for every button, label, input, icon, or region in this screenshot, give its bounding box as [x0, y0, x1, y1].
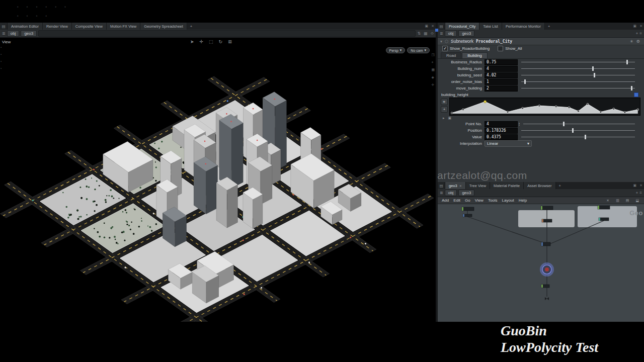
menu-icon[interactable]: ≡ [639, 191, 642, 195]
path-node-geo3[interactable]: geo3 [458, 190, 474, 196]
path-root-obj[interactable]: obj [445, 30, 457, 37]
close-icon[interactable]: ✕ [459, 184, 462, 188]
tab-render-view[interactable]: Render View [43, 23, 72, 30]
tab-procedural-city[interactable]: Procedural_City [445, 23, 479, 30]
slider-handle[interactable] [585, 135, 586, 139]
tab-material-palette[interactable]: Material Palette [490, 182, 524, 189]
folder-tab-road[interactable]: Road [441, 52, 461, 58]
ramp-point[interactable] [637, 109, 639, 111]
tumble-tool-icon[interactable]: ↻ [219, 39, 223, 44]
tab-geo3[interactable]: geo3✕ [445, 182, 466, 189]
ramp-point[interactable] [451, 112, 453, 114]
ramp-add-point-icon[interactable]: + [441, 106, 448, 113]
link-icon[interactable]: ⟐ [431, 31, 434, 36]
layout-view-icon[interactable]: ▤ [625, 199, 630, 203]
ramp-point[interactable] [568, 107, 570, 109]
ramp-curve[interactable] [449, 98, 640, 116]
no-cam-button[interactable]: No cam ▾ [407, 47, 430, 53]
tab-geometry-spreadsheet[interactable]: Geometry Spreadsheet [140, 23, 187, 30]
pane-close-icon[interactable]: ✕ [638, 182, 644, 189]
param-slider[interactable] [521, 78, 635, 85]
grid-icon[interactable]: ▦ [431, 68, 435, 72]
pin-icon[interactable]: ⌖ [636, 191, 638, 196]
node-name-field[interactable]: Procedural_City [476, 39, 512, 44]
spinner-down-icon[interactable]: ▾ [519, 124, 520, 126]
ramp-point[interactable] [600, 111, 602, 113]
pane-type-icon[interactable]: ▤ [438, 182, 445, 189]
snap-grid-icon[interactable]: ⊞ [228, 39, 232, 44]
network-graph[interactable]: Geo [438, 204, 644, 322]
network-node[interactable] [599, 218, 609, 221]
path-root-obj[interactable]: obj [445, 190, 457, 196]
menu-tools[interactable]: Tools [488, 198, 498, 203]
sort-icon[interactable]: ⇅ [417, 31, 421, 36]
tab-composite-view[interactable]: Composite View [72, 23, 107, 30]
pane-close-icon[interactable]: ✕ [638, 23, 644, 30]
presets-star-icon[interactable]: ✳ [628, 39, 635, 44]
param-value-field[interactable]: 0.75 [485, 59, 518, 65]
param-slider[interactable] [523, 121, 635, 127]
menu-icon[interactable]: ≡ [639, 31, 642, 36]
path-node-geo3[interactable]: geo3 [21, 30, 37, 37]
collapse-caret-icon[interactable]: ▾ [440, 39, 442, 44]
path-field[interactable] [38, 30, 416, 37]
ramp-presets-icon[interactable]: ✳ [441, 99, 448, 105]
network-node[interactable] [542, 219, 552, 222]
pane-maximize-icon[interactable]: ▣ [632, 182, 638, 189]
grid-view-icon[interactable]: ▦ [424, 31, 428, 36]
param-slider[interactable] [521, 59, 635, 65]
clear-icon[interactable]: ✕ [605, 199, 610, 203]
pin-icon[interactable]: ⌖ [636, 31, 638, 36]
toggle-show-all[interactable]: Show_All [498, 46, 522, 51]
param-slider[interactable] [521, 127, 635, 134]
folder-tab-building[interactable]: Building [462, 52, 487, 58]
path-root-obj[interactable]: obj [7, 30, 20, 37]
menu-edit[interactable]: Edit [453, 198, 460, 203]
tab-take-list[interactable]: Take List [479, 23, 502, 30]
network-node[interactable] [541, 206, 553, 210]
checkbox-show-all[interactable] [498, 46, 503, 51]
param-value-field[interactable]: 0.4375 [485, 134, 518, 140]
toggle-show-roadorbuilding[interactable]: ✓Show_RoadorBuilding [442, 46, 490, 51]
tab-asset-browser[interactable]: Asset Browser [524, 182, 555, 189]
handles-icon[interactable]: ✛ [431, 83, 435, 87]
ramp-point[interactable] [624, 112, 626, 114]
pane-menu-icon[interactable]: ≣ [440, 191, 443, 195]
param-value-field[interactable]: 1 [485, 79, 518, 85]
slider-handle[interactable] [626, 60, 628, 64]
slider-handle[interactable] [524, 79, 526, 84]
slider-handle[interactable] [572, 128, 574, 133]
ramp-point[interactable] [522, 107, 524, 109]
shade-mode-icon[interactable]: ◈ [431, 75, 435, 79]
ramp-point[interactable] [613, 108, 615, 110]
new-tab-button[interactable]: + [556, 182, 564, 189]
network-node[interactable] [541, 285, 549, 288]
gear-icon[interactable]: ⚙ [635, 39, 641, 44]
param-value-field[interactable]: 0.178326 [485, 128, 518, 134]
pane-maximize-icon[interactable]: ▣ [424, 23, 430, 30]
ramp-expand-icon[interactable]: ▸ [443, 116, 445, 120]
scene-viewport[interactable]: View ➤✛⬚↻⊞ Persp ▾ No cam ▾ ▪▪▪▪ ◳⌖▦◈✛ [0, 38, 436, 322]
view-options-icon[interactable]: ◳ [431, 53, 435, 57]
menu-help[interactable]: Help [519, 198, 527, 203]
select-tool-icon[interactable]: ➤ [190, 39, 194, 44]
new-tab-button[interactable]: + [187, 23, 195, 30]
tab-animation-editor[interactable]: Animation Editor [8, 23, 43, 30]
param-dropdown-interpolation[interactable]: Linear▾ [485, 140, 532, 147]
new-tab-button[interactable]: + [545, 23, 553, 30]
lasso-tool-icon[interactable]: ⬚ [209, 39, 213, 44]
output-null-node[interactable] [545, 297, 549, 300]
checkbox-show-roadorbuilding[interactable]: ✓ [442, 46, 448, 51]
pane-menu-icon[interactable]: ≣ [440, 31, 443, 36]
spinner-icons[interactable]: ▴▾ [519, 122, 520, 126]
param-slider[interactable] [521, 72, 635, 78]
ramp-point[interactable] [587, 103, 589, 105]
param-value-field[interactable]: 4.02 [485, 72, 518, 78]
slider-handle[interactable] [563, 122, 565, 126]
divider-handle-icon[interactable] [435, 29, 438, 32]
ramp-keyframe-icon[interactable] [634, 93, 638, 97]
menu-go[interactable]: Go [465, 198, 470, 203]
move-tool-icon[interactable]: ✛ [200, 39, 204, 44]
ramp-point-selected[interactable] [484, 101, 487, 103]
split-view-icon[interactable]: ⬓ [634, 199, 640, 203]
